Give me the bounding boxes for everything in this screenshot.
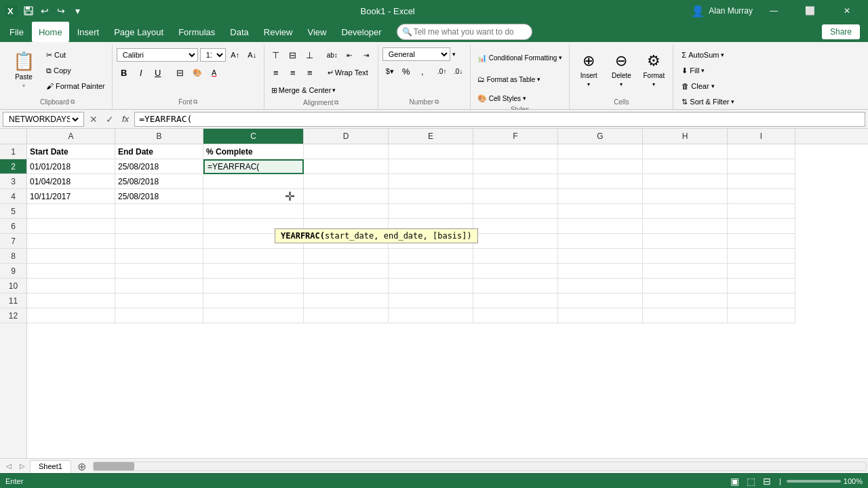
cell-i4[interactable]: [728, 189, 795, 204]
share-button[interactable]: Share: [822, 24, 860, 39]
cell-d12[interactable]: [304, 308, 389, 323]
page-break-button[interactable]: ⊟: [760, 474, 774, 488]
cell-h9[interactable]: [643, 264, 728, 279]
clipboard-expand-icon[interactable]: ⧉: [71, 98, 75, 106]
delete-cells-button[interactable]: ⊖ Delete ▾: [606, 47, 636, 92]
menu-review[interactable]: Review: [257, 22, 300, 42]
cell-h8[interactable]: [643, 249, 728, 264]
cell-e5[interactable]: [389, 204, 473, 219]
font-size-select[interactable]: 11: [200, 48, 226, 62]
increase-decimal-button[interactable]: .0↑: [435, 64, 450, 79]
conditional-formatting-button[interactable]: 📊 Conditional Formatting ▾: [475, 47, 566, 68]
cell-a2[interactable]: 01/01/2018: [27, 159, 115, 174]
row-num-2[interactable]: 2: [0, 159, 26, 174]
cell-f1[interactable]: [473, 144, 558, 159]
menu-formulas[interactable]: Formulas: [172, 22, 222, 42]
decrease-decimal-button[interactable]: .0↓: [451, 64, 466, 79]
cell-g8[interactable]: [558, 249, 643, 264]
decrease-font-button[interactable]: A↓: [245, 47, 260, 62]
horizontal-scrollbar[interactable]: [93, 462, 867, 471]
cell-e9[interactable]: [389, 264, 473, 279]
cell-b7[interactable]: [115, 234, 203, 249]
menu-home[interactable]: Home: [32, 22, 69, 42]
cell-f10[interactable]: [473, 279, 558, 293]
page-layout-button[interactable]: ⬚: [744, 474, 757, 488]
cell-c1[interactable]: % Complete: [203, 144, 304, 159]
cell-d8[interactable]: [304, 249, 389, 264]
zoom-slider[interactable]: [787, 480, 841, 483]
fill-color-button[interactable]: 🎨: [190, 65, 205, 80]
cell-a7[interactable]: [27, 234, 115, 249]
align-middle-button[interactable]: ⊟: [285, 47, 300, 62]
close-button[interactable]: ✕: [831, 0, 863, 22]
cell-d5[interactable]: [304, 204, 389, 219]
number-format-select[interactable]: General: [382, 47, 450, 61]
col-header-h[interactable]: H: [643, 129, 728, 144]
col-header-c[interactable]: C: [203, 129, 304, 144]
cell-g12[interactable]: [558, 308, 643, 323]
alignment-expand-icon[interactable]: ⧉: [334, 99, 338, 106]
cell-g10[interactable]: [558, 279, 643, 293]
cell-styles-button[interactable]: 🎨 Cell Styles ▾: [475, 91, 566, 106]
cell-e3[interactable]: [389, 174, 473, 189]
cell-b9[interactable]: [115, 264, 203, 279]
sheet-tab-sheet1[interactable]: Sheet1: [30, 460, 71, 474]
cell-h4[interactable]: [643, 189, 728, 204]
undo-qat-button[interactable]: ↩: [38, 4, 52, 18]
cut-button[interactable]: ✂ Cut: [43, 47, 108, 62]
font-name-select[interactable]: Calibri: [117, 48, 198, 62]
cell-b12[interactable]: [115, 308, 203, 323]
cell-d4[interactable]: [304, 189, 389, 204]
cell-b5[interactable]: [115, 204, 203, 219]
cell-g4[interactable]: [558, 189, 643, 204]
cell-f6[interactable]: [473, 219, 558, 234]
cell-d6[interactable]: [304, 219, 389, 234]
cell-a4[interactable]: 10/11/2017: [27, 189, 115, 204]
cell-c7[interactable]: [203, 234, 304, 249]
paste-button[interactable]: 📋 Paste ▾: [7, 47, 41, 92]
cell-i3[interactable]: [728, 174, 795, 189]
cell-g5[interactable]: [558, 204, 643, 219]
cell-i12[interactable]: [728, 308, 795, 323]
col-header-e[interactable]: E: [389, 129, 473, 144]
cell-i1[interactable]: [728, 144, 795, 159]
cell-b10[interactable]: [115, 279, 203, 293]
align-center-button[interactable]: ≡: [285, 65, 300, 80]
insert-cells-button[interactable]: ⊕ Insert ▾: [574, 47, 604, 92]
cell-h7[interactable]: [643, 234, 728, 249]
menu-developer[interactable]: Developer: [334, 22, 388, 42]
align-top-button[interactable]: ⊤: [269, 47, 283, 62]
cell-d3[interactable]: [304, 174, 389, 189]
row-num-3[interactable]: 3: [0, 174, 26, 189]
cell-b8[interactable]: [115, 249, 203, 264]
fill-button[interactable]: ⬇ Fill ▾: [677, 63, 709, 78]
row-num-9[interactable]: 9: [0, 264, 26, 279]
normal-view-button[interactable]: ▣: [728, 474, 741, 488]
cell-e2[interactable]: [389, 159, 473, 174]
minimize-button[interactable]: —: [758, 0, 789, 22]
menu-view[interactable]: View: [300, 22, 333, 42]
menu-page-layout[interactable]: Page Layout: [107, 22, 170, 42]
cell-a3[interactable]: 01/04/2018: [27, 174, 115, 189]
col-header-a[interactable]: A: [27, 129, 115, 144]
cell-a9[interactable]: [27, 264, 115, 279]
cell-e7[interactable]: [389, 234, 473, 249]
cell-h10[interactable]: [643, 279, 728, 293]
cell-i9[interactable]: [728, 264, 795, 279]
save-qat-button[interactable]: [22, 4, 35, 18]
align-right-button[interactable]: ≡: [302, 65, 317, 80]
row-num-7[interactable]: 7: [0, 234, 26, 249]
sheet-scroll-left[interactable]: ◁: [3, 461, 15, 472]
cell-h12[interactable]: [643, 308, 728, 323]
cell-b3[interactable]: 25/08/2018: [115, 174, 203, 189]
italic-button[interactable]: I: [134, 65, 149, 80]
name-box-select[interactable]: NETWORKDAYS: [6, 114, 81, 125]
cell-f12[interactable]: [473, 308, 558, 323]
cell-a8[interactable]: [27, 249, 115, 264]
border-button[interactable]: ⊟: [173, 65, 188, 80]
format-cells-button[interactable]: ⚙ Format ▾: [639, 47, 669, 92]
row-num-1[interactable]: 1: [0, 144, 26, 159]
formula-input[interactable]: [134, 112, 865, 127]
cell-g9[interactable]: [558, 264, 643, 279]
add-sheet-button[interactable]: ⊕: [75, 460, 89, 474]
